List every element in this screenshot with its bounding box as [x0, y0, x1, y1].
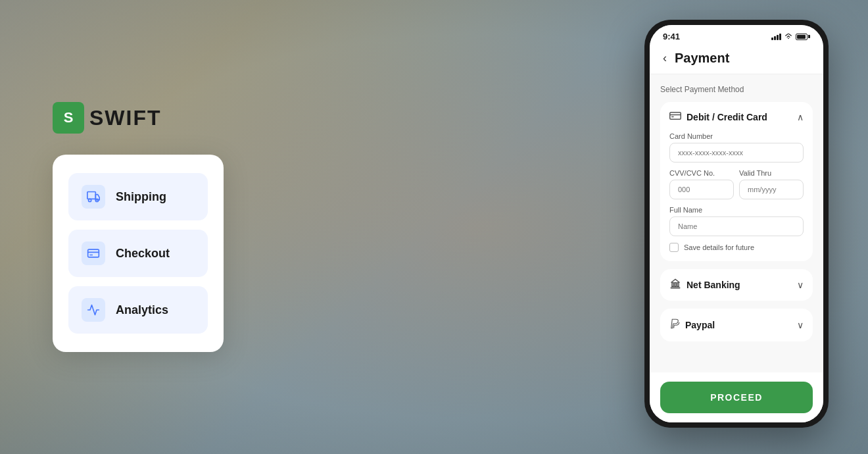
cvv-input[interactable] — [669, 180, 734, 199]
logo-icon: S — [53, 102, 84, 134]
logo-text: SWIFT — [89, 106, 162, 130]
valid-thru-group: Valid Thru — [739, 169, 804, 199]
signal-icon — [771, 34, 781, 40]
proceed-button[interactable]: PROCEED — [660, 382, 813, 413]
battery-icon — [796, 34, 810, 40]
svg-rect-0 — [87, 192, 96, 199]
shipping-icon — [82, 185, 105, 209]
bank-icon — [669, 278, 681, 291]
full-name-label: Full Name — [669, 206, 804, 214]
net-banking-header[interactable]: Net Banking ∨ — [669, 278, 804, 291]
cvv-group: CVV/CVC No. — [669, 169, 734, 199]
net-banking-chevron: ∨ — [797, 280, 804, 290]
select-method-label: Select Payment Method — [660, 85, 813, 94]
phone-mockup: 9:41 — [644, 20, 829, 428]
status-time: 9:41 — [663, 32, 680, 41]
net-banking-title: Net Banking — [669, 278, 740, 291]
card-number-input[interactable] — [669, 143, 804, 163]
menu-item-analytics[interactable]: Analytics — [68, 286, 208, 334]
wifi-icon — [784, 34, 793, 40]
logo: S SWIFT — [53, 102, 224, 134]
phone-footer: PROCEED — [650, 372, 823, 422]
status-bar: 9:41 — [650, 25, 823, 45]
menu-item-shipping[interactable]: Shipping — [68, 173, 208, 220]
svg-rect-6 — [670, 113, 681, 120]
debit-credit-chevron: ∧ — [797, 112, 804, 122]
save-details-label: Save details for future — [684, 243, 754, 251]
shipping-label: Shipping — [116, 190, 166, 204]
valid-thru-input[interactable] — [739, 180, 804, 199]
valid-thru-label: Valid Thru — [739, 169, 804, 177]
full-name-group: Full Name — [669, 206, 804, 236]
cvv-label: CVV/CVC No. — [669, 169, 734, 177]
phone-body: Select Payment Method Debit / Credit Car… — [650, 74, 823, 372]
cvv-validity-row: CVV/CVC No. Valid Thru — [669, 169, 804, 206]
svg-rect-11 — [677, 283, 679, 287]
svg-rect-8 — [671, 116, 674, 118]
svg-rect-10 — [675, 283, 676, 287]
card-form: Card Number CVV/CVC No. Valid Thru — [669, 132, 804, 252]
analytics-icon — [82, 298, 105, 322]
paypal-chevron: ∨ — [797, 320, 804, 330]
analytics-label: Analytics — [116, 303, 168, 317]
svg-point-1 — [89, 199, 91, 201]
save-details-checkbox[interactable] — [669, 243, 679, 252]
net-banking-section: Net Banking ∨ — [660, 269, 813, 301]
paypal-icon — [669, 318, 680, 332]
debit-credit-title: Debit / Credit Card — [669, 111, 767, 123]
menu-item-checkout[interactable]: Checkout — [68, 230, 208, 277]
card-number-label: Card Number — [669, 132, 804, 140]
checkout-label: Checkout — [116, 247, 170, 261]
back-button[interactable]: ‹ — [663, 51, 667, 65]
paypal-title: Paypal — [669, 318, 715, 332]
payment-title: Payment — [675, 51, 729, 66]
phone-header: ‹ Payment — [650, 45, 823, 74]
save-details-row: Save details for future — [669, 243, 804, 252]
paypal-header[interactable]: Paypal ∨ — [669, 318, 804, 332]
full-name-input[interactable] — [669, 216, 804, 236]
status-icons — [771, 34, 810, 40]
debit-credit-section: Debit / Credit Card ∧ Card Number CVV/CV… — [660, 102, 813, 261]
phone-screen: 9:41 — [650, 25, 823, 422]
svg-rect-9 — [672, 283, 673, 287]
card-number-group: Card Number — [669, 132, 804, 163]
paypal-section: Paypal ∨ — [660, 309, 813, 341]
card-icon — [669, 111, 681, 123]
checkout-icon — [82, 241, 105, 265]
menu-card: Shipping Checkout Analytics — [53, 155, 224, 352]
debit-credit-header[interactable]: Debit / Credit Card ∧ — [669, 111, 804, 123]
left-panel: S SWIFT Shipping — [53, 102, 224, 352]
svg-rect-3 — [88, 249, 99, 257]
